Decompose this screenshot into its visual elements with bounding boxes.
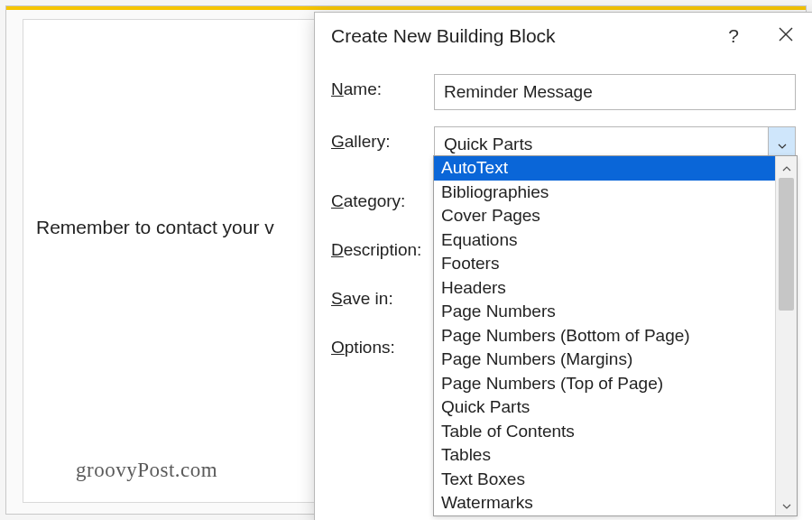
gallery-option[interactable]: Page Numbers (Margins) [434, 348, 775, 372]
gallery-option[interactable]: Text Boxes [434, 468, 775, 492]
chevron-down-icon [782, 497, 791, 513]
gallery-dropdown: AutoTextBibliographiesCover PagesEquatio… [433, 155, 798, 516]
gallery-option[interactable]: Tables [434, 443, 775, 468]
gallery-option[interactable]: Headers [434, 276, 775, 301]
name-input[interactable] [434, 74, 796, 110]
label-save-in: Save in: [331, 283, 434, 309]
watermark-text: groovyPost.com [76, 459, 217, 482]
scroll-thumb[interactable] [779, 178, 794, 311]
gallery-option[interactable]: Quick Parts [434, 395, 775, 420]
label-gallery: Gallery: [331, 126, 434, 152]
close-button[interactable] [760, 13, 812, 60]
label-category: Category: [331, 186, 434, 211]
gallery-option[interactable]: Table of Contents [434, 420, 775, 444]
label-options: Options: [331, 332, 434, 358]
gallery-dropdown-list[interactable]: AutoTextBibliographiesCover PagesEquatio… [434, 156, 775, 515]
scroll-track[interactable] [776, 178, 797, 494]
chevron-down-icon [778, 136, 787, 153]
app-frame: Remember to contact your v groovyPost.co… [5, 5, 807, 515]
accent-bar [6, 6, 806, 10]
gallery-option[interactable]: Page Numbers (Bottom of Page) [434, 324, 775, 348]
label-description: Description: [331, 235, 434, 260]
gallery-option[interactable]: AutoText [434, 156, 775, 181]
gallery-combo-value: Quick Parts [435, 135, 768, 154]
gallery-option[interactable]: Page Numbers [434, 300, 775, 324]
gallery-option[interactable]: Equations [434, 228, 775, 253]
chevron-up-icon [782, 159, 791, 175]
gallery-option[interactable]: Bibliographies [434, 181, 775, 205]
dialog-titlebar: Create New Building Block ? [315, 13, 812, 60]
gallery-option[interactable]: Watermarks [434, 491, 775, 515]
gallery-option[interactable]: Page Numbers (Top of Page) [434, 372, 775, 396]
dropdown-scrollbar[interactable] [775, 156, 797, 515]
label-name: Name: [331, 74, 434, 99]
row-name: Name: [331, 74, 796, 110]
create-building-block-dialog: Create New Building Block ? Name: Galler… [314, 12, 812, 520]
scroll-down-button[interactable] [776, 494, 797, 515]
document-body-text[interactable]: Remember to contact your v [36, 217, 274, 238]
close-icon [778, 25, 794, 47]
scroll-up-button[interactable] [776, 156, 797, 178]
dialog-title: Create New Building Block [331, 25, 707, 47]
gallery-option[interactable]: Cover Pages [434, 204, 775, 228]
help-button[interactable]: ? [707, 13, 760, 60]
gallery-option[interactable]: Footers [434, 252, 775, 276]
